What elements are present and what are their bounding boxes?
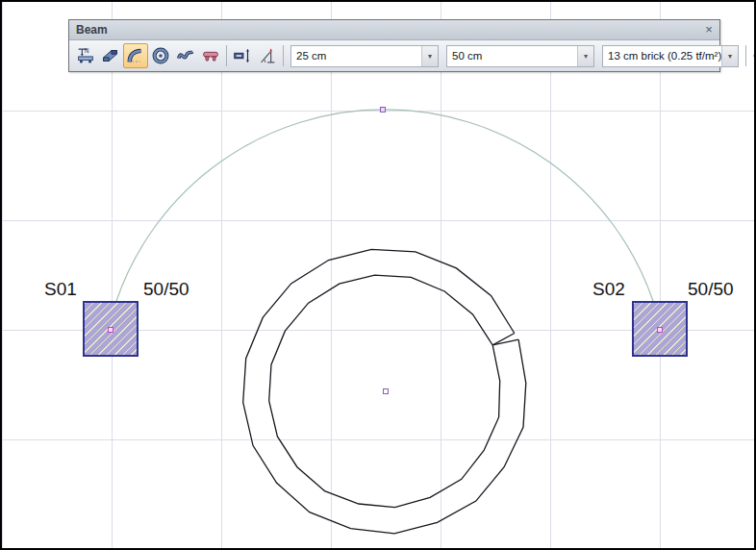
beam-width-combobox[interactable]: 25 cm ▾	[290, 45, 439, 67]
cad-viewport: S01 50/50 S02 50/50 Beam × N	[0, 0, 756, 550]
angle-guide-icon	[257, 45, 278, 66]
arc-beam-icon	[125, 45, 146, 66]
chevron-down-icon[interactable]: ▾	[577, 46, 593, 66]
section-size-button[interactable]	[230, 43, 255, 68]
column-s02-section: 50/50	[688, 279, 734, 300]
angle-guide-button[interactable]	[255, 43, 280, 68]
continuous-beam-button[interactable]	[198, 43, 223, 68]
spline-beam-icon	[175, 45, 196, 66]
ring-beam-joint-line-1	[492, 339, 518, 345]
sloped-beam-button[interactable]	[98, 43, 123, 68]
column-s01-label: S01	[44, 279, 77, 300]
beam-with-load-icon: N	[75, 45, 96, 66]
wall-load-value: 13 cm brick (0.25 tf/m²)	[603, 50, 721, 62]
chevron-down-icon[interactable]: ▾	[421, 46, 438, 66]
beam-height-combobox[interactable]: 50 cm ▾	[446, 45, 594, 67]
toolbar-separator	[226, 45, 227, 66]
column-s01-center-handle[interactable]	[108, 327, 113, 333]
wall-load-combobox[interactable]: 13 cm brick (0.25 tf/m²) ▾	[602, 45, 739, 67]
drawing-layer	[0, 0, 756, 550]
snap-center-icon	[751, 45, 756, 66]
beam-toolbar-titlebar[interactable]: Beam ×	[69, 20, 719, 40]
beam-toolbar: Beam × N	[68, 19, 720, 72]
column-s02-label: S02	[592, 279, 625, 300]
circular-beam-icon	[150, 45, 171, 66]
beam-with-load-button[interactable]: N	[73, 43, 98, 68]
arc-beam-button[interactable]	[123, 43, 148, 68]
snap-center-button[interactable]	[749, 43, 756, 68]
column-s02-center-handle[interactable]	[657, 327, 663, 333]
beam-height-value: 50 cm	[447, 50, 577, 62]
toolbar-title: Beam	[69, 23, 698, 37]
toolbar-separator	[283, 45, 284, 66]
beam-width-value: 25 cm	[291, 50, 421, 62]
circular-beam-button[interactable]	[148, 43, 173, 68]
column-s01-section: 50/50	[143, 279, 189, 300]
close-icon[interactable]: ×	[698, 20, 719, 39]
ring-center-handle[interactable]	[383, 388, 389, 394]
section-size-icon	[232, 45, 253, 66]
toolbar-separator	[745, 45, 746, 66]
continuous-beam-icon	[200, 45, 221, 66]
svg-text:N: N	[85, 47, 89, 54]
spline-beam-button[interactable]	[173, 43, 198, 68]
beam-toolbar-buttons: N	[69, 40, 719, 71]
arc-apex-handle[interactable]	[380, 107, 386, 112]
arc-beam-preview[interactable]	[116, 110, 653, 301]
chevron-down-icon[interactable]: ▾	[721, 46, 738, 66]
sloped-beam-icon	[100, 45, 121, 66]
